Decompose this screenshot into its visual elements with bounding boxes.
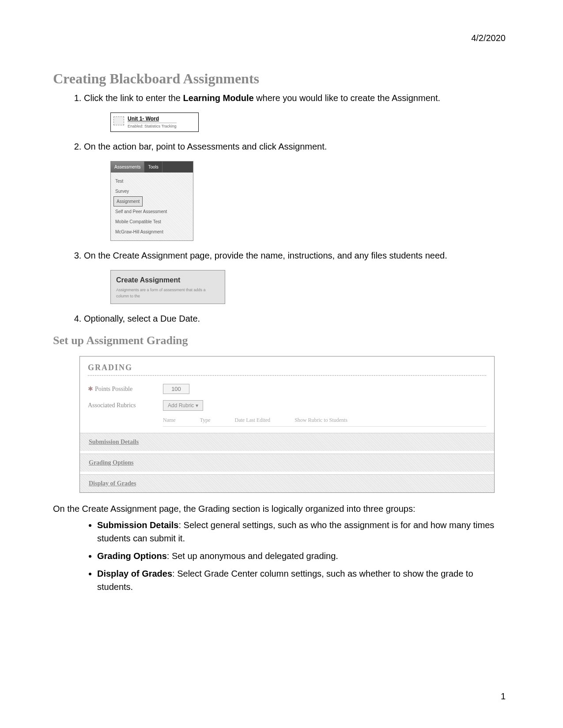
label-points-possible: ✱Points Possible [88,385,163,393]
menu-item-mobile-test: Mobile Compatible Test [113,217,190,227]
bullet-2-bold: Grading Options [97,551,167,561]
create-assignment-title: Create Assignment [116,275,219,285]
unit-subtitle: Enabled: Statistics Tracking [128,124,177,129]
menu-item-survey: Survey [113,186,190,196]
bullet-display-grades: Display of Grades: Select Grade Center c… [97,567,510,593]
tab-tools: Tools [144,161,162,173]
subheading-grading: Set up Assignment Grading [53,334,510,347]
menu-item-self-peer: Self and Peer Assessment [113,206,190,217]
col-name: Name [163,417,176,424]
dropdown-body: Test Survey Assignment Self and Peer Ass… [111,173,193,240]
step-2-text: On the action bar, point to Assessments … [84,142,327,151]
accordion-display-grades: Display of Grades [80,474,494,492]
menu-item-assignment: Assignment [113,196,143,206]
step-3-text: On the Create Assignment page, provide t… [84,251,447,260]
unit-text-block: Unit 1- Word Enabled: Statistics Trackin… [128,116,177,129]
step-4-text: Optionally, select a Due Date. [84,314,200,323]
screenshot-assessments-menu: Assessments Tools Test Survey Assignment… [110,161,193,241]
col-date-edited: Date Last Edited [234,417,270,424]
page-title: Creating Blackboard Assignments [53,71,510,87]
tab-assessments: Assessments [111,161,144,173]
menu-item-test: Test [113,176,190,186]
input-points-possible: 100 [163,384,189,394]
step-1-pre: Click the link to enter the [84,93,183,103]
folder-icon [113,116,124,125]
row-associated-rubrics: Associated Rubrics Add Rubric ▾ [88,400,486,411]
bullet-submission-details: Submission Details: Select general setti… [97,518,510,545]
step-2: On the action bar, point to Assessments … [84,140,510,241]
screenshot-grading-panel: GRADING ✱Points Possible 100 Associated … [79,356,495,493]
document-date: 4/2/2020 [471,33,506,43]
label-associated-rubrics: Associated Rubrics [88,402,163,409]
grading-heading: GRADING [88,363,486,376]
step-3: On the Create Assignment page, provide t… [84,249,510,304]
screenshot-create-assignment: Create Assignment Assignments are a form… [110,270,225,304]
body-paragraph: On the Create Assignment page, the Gradi… [53,504,510,514]
bullet-grading-options: Grading Options: Set up anonymous and de… [97,549,510,563]
create-assignment-subtitle: Assignments are a form of assessment tha… [116,287,219,299]
points-possible-label-text: Points Possible [95,386,132,392]
bullet-3-bold: Display of Grades [97,569,172,578]
accordion-submission-details: Submission Details [80,433,494,451]
step-1-bold: Learning Module [183,93,254,103]
bullet-1-bold: Submission Details [97,520,179,530]
screenshot-unit-module: Unit 1- Word Enabled: Statistics Trackin… [110,113,199,132]
menu-item-mcgraw: McGraw-Hill Assignment [113,227,190,237]
step-1: Click the link to enter the Learning Mod… [84,91,510,132]
step-4: Optionally, select a Due Date. [84,312,510,325]
page-number: 1 [501,691,506,702]
menu-tab-row: Assessments Tools [111,161,193,173]
unit-title: Unit 1- Word [128,116,177,123]
step-1-post: where you would like to create the Assig… [254,93,440,103]
col-show-rubric: Show Rubric to Students [295,417,348,424]
bullet-2-rest: : Set up anonymous and delegated grading… [167,551,338,561]
numbered-steps: Click the link to enter the Learning Mod… [53,91,510,325]
required-asterisk-icon: ✱ [88,386,93,392]
rubric-columns-header: Name Type Date Last Edited Show Rubric t… [163,417,486,427]
col-type: Type [200,417,211,424]
button-add-rubric: Add Rubric ▾ [163,400,203,411]
accordion-grading-options: Grading Options [80,454,494,472]
bullet-list: Submission Details: Select general setti… [53,518,510,593]
row-points-possible: ✱Points Possible 100 [88,384,486,394]
